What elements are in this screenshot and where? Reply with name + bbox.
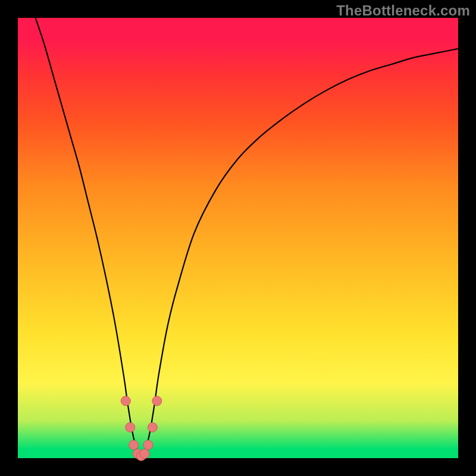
curve-marker	[126, 422, 135, 432]
curve-marker	[129, 440, 139, 450]
chart-svg	[18, 18, 458, 458]
curve-marker	[152, 396, 162, 406]
curve-marker	[143, 440, 153, 450]
watermark-label: TheBottleneck.com	[336, 2, 470, 19]
curve-marker	[140, 449, 149, 459]
curve-markers	[121, 396, 162, 461]
chart-plot-area	[18, 18, 458, 458]
bottleneck-curve	[36, 18, 458, 456]
curve-marker	[148, 422, 157, 432]
chart-frame: TheBottleneck.com	[0, 0, 476, 476]
curve-marker	[121, 396, 130, 406]
